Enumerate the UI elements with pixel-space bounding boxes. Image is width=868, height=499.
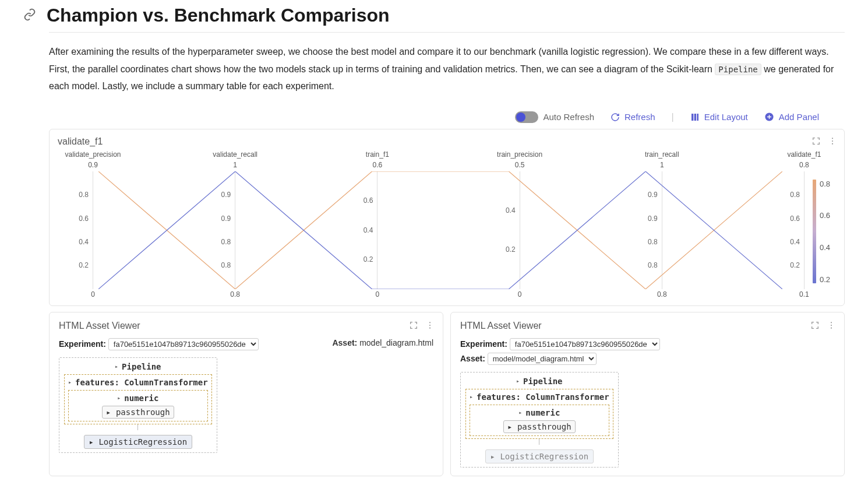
svg-point-5: [832, 140, 833, 142]
pipeline-diagram: ▸Pipeline ▸features: ColumnTransformer ▸…: [460, 372, 619, 468]
experiment-label: Experiment:: [59, 339, 106, 349]
experiment-row: Experiment: fa70e5151e1047b89713c9609550…: [59, 338, 433, 350]
axis-validate_f1: validate_f10.80.10.80.60.40.2: [804, 152, 805, 297]
features-label: features: ColumnTransformer: [477, 392, 609, 402]
parallel-coords-chart[interactable]: validate_precision0.900.80.60.40.2valida…: [58, 152, 836, 297]
toolbar: Auto Refresh Refresh | Edit Layout Add P…: [49, 111, 819, 123]
fullscreen-icon[interactable]: [811, 136, 821, 148]
axis-validate_precision: validate_precision0.900.80.60.40.2: [93, 152, 93, 297]
svg-rect-2: [697, 114, 698, 121]
estimator-step: LogisticRegression: [98, 437, 187, 447]
asset-label: Asset:: [460, 354, 485, 363]
caret-icon[interactable]: ▸: [470, 393, 473, 400]
pipeline-title: Pipeline: [122, 362, 161, 371]
svg-point-7: [429, 322, 431, 323]
refresh-icon: [611, 113, 620, 122]
add-panel-button[interactable]: Add Panel: [764, 112, 819, 122]
features-label: features: ColumnTransformer: [75, 378, 208, 387]
experiment-select[interactable]: fa70e5151e1047b89713c960955026de: [510, 338, 660, 350]
pipeline-diagram: ▸Pipeline ▸features: ColumnTransformer ▸…: [59, 357, 217, 453]
pipeline-title: Pipeline: [523, 377, 562, 386]
panel-title: HTML Asset Viewer: [59, 321, 433, 331]
svg-point-8: [429, 325, 431, 326]
html-asset-viewer-left: HTML Asset Viewer Experiment: fa70e5151e…: [49, 312, 443, 476]
toolbar-divider: |: [672, 112, 674, 122]
intro-paragraph: After examining the results of the hyper…: [49, 43, 845, 95]
numeric-label: numeric: [525, 408, 560, 417]
auto-refresh-label: Auto Refresh: [543, 112, 594, 122]
edit-layout-label: Edit Layout: [704, 112, 748, 122]
caret-icon[interactable]: ▸: [516, 378, 520, 384]
page-title: Champion vs. Benchmark Comparison: [47, 5, 390, 26]
passthrough-step: passthrough: [116, 407, 170, 417]
svg-point-4: [832, 138, 833, 139]
caret-icon[interactable]: ▸: [491, 452, 495, 461]
svg-point-10: [831, 322, 832, 323]
caret-icon[interactable]: ▸: [115, 363, 118, 370]
html-asset-viewer-right: HTML Asset Viewer Experiment: fa70e5151e…: [450, 312, 845, 476]
add-panel-label: Add Panel: [779, 112, 819, 122]
layout-icon: [690, 113, 700, 122]
estimator-step: LogisticRegression: [500, 452, 588, 461]
svg-point-11: [831, 325, 832, 326]
svg-point-9: [429, 327, 431, 328]
svg-point-12: [831, 327, 832, 328]
svg-point-6: [832, 143, 833, 144]
svg-rect-0: [691, 114, 693, 121]
caret-icon[interactable]: ▸: [518, 409, 522, 416]
separator: [49, 32, 845, 33]
link-icon[interactable]: [23, 8, 36, 23]
experiment-select[interactable]: fa70e5151e1047b89713c960955026de: [108, 338, 259, 350]
panel-title: HTML Asset Viewer: [460, 321, 835, 331]
refresh-label: Refresh: [624, 112, 655, 122]
parallel-coordinates-panel: validate_f1 validate_precision0.900.80.6…: [49, 129, 845, 306]
passthrough-step: passthrough: [517, 422, 571, 431]
caret-icon[interactable]: ▸: [68, 379, 72, 385]
experiment-label: Experiment:: [460, 339, 507, 349]
color-scale: 0.80.60.40.2: [810, 152, 836, 297]
asset-select[interactable]: model/model_diagram.html: [488, 353, 597, 365]
numeric-label: numeric: [124, 393, 158, 403]
asset-label: Asset:: [332, 338, 357, 347]
caret-icon[interactable]: ▸: [106, 407, 111, 417]
experiment-row: Experiment: fa70e5151e1047b89713c9609550…: [460, 338, 835, 350]
fullscreen-icon[interactable]: [409, 321, 418, 332]
caret-icon[interactable]: ▸: [507, 422, 512, 431]
more-icon[interactable]: [425, 321, 435, 332]
plus-circle-icon: [764, 112, 774, 122]
more-icon[interactable]: [827, 321, 836, 332]
auto-refresh-toggle-wrap: Auto Refresh: [515, 111, 594, 123]
panel-title: validate_f1: [58, 136, 836, 147]
asset-row: Asset: model/model_diagram.html: [460, 353, 835, 365]
asset-value: model_diagram.html: [359, 338, 433, 347]
more-icon[interactable]: [828, 136, 837, 148]
fullscreen-icon[interactable]: [810, 321, 820, 332]
intro-text-a: After examining the results of the hyper…: [49, 47, 829, 74]
svg-rect-1: [694, 114, 696, 121]
caret-icon[interactable]: ▸: [89, 437, 94, 447]
caret-icon[interactable]: ▸: [117, 395, 121, 401]
pipeline-code: Pipeline: [715, 64, 761, 75]
auto-refresh-toggle[interactable]: [515, 111, 538, 123]
refresh-button[interactable]: Refresh: [611, 112, 655, 122]
edit-layout-button[interactable]: Edit Layout: [690, 112, 748, 122]
